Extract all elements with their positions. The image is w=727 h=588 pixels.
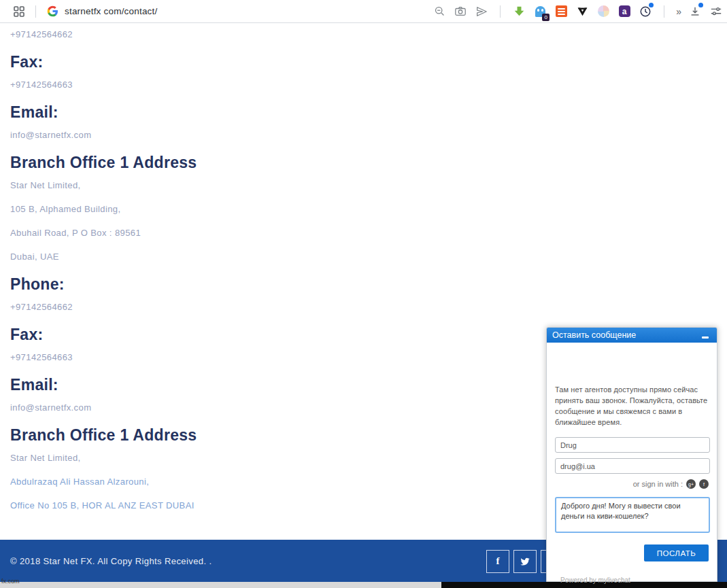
zoom-out-icon[interactable] [433,5,446,18]
purple-a-extension-icon[interactable]: a [618,5,631,18]
minimize-icon[interactable] [699,330,711,340]
toolbar-divider [35,5,36,18]
status-link-text: fx.com [1,578,20,585]
overflow-chevrons-icon[interactable]: » [676,6,681,17]
toolbar-divider [664,5,664,18]
copyright-text: © 2018 Star Net FX. All Copy Rights Rece… [0,556,212,566]
send-icon[interactable] [475,5,488,18]
chat-intro-text: Там нет агентов доступны прямо сейчас пр… [555,384,709,428]
tune-settings-icon[interactable] [709,5,723,18]
facebook-signin-icon[interactable]: f [699,479,709,489]
address-line: Star Net Limited, [10,180,727,190]
pastel-circle-extension-icon[interactable] [596,5,610,18]
phone-number: +97142564662 [10,29,727,39]
fax-number: +97142564663 [10,80,727,90]
black-shield-extension-icon[interactable] [575,5,589,18]
chat-header[interactable]: Оставить сообщение [547,328,717,343]
green-download-arrow-icon[interactable] [512,5,526,18]
phone-heading: Phone: [10,275,727,294]
history-clock-icon[interactable] [639,5,652,18]
powered-by-text: Powered by mylivechat [560,576,709,584]
orange-reader-extension-icon[interactable] [554,5,568,18]
camera-icon[interactable] [454,5,467,18]
signin-label: or sign in with : [633,480,683,488]
url-bar[interactable]: starnetfx com/contact/ [65,6,157,16]
send-button[interactable]: ПОСЛАТЬ [644,544,709,561]
chat-email-input[interactable] [555,458,710,474]
google-favicon [46,5,59,18]
extension-badge: 0 [542,14,550,21]
address-line: Dubai, UAE [10,252,727,262]
address-line: 105 B, Alphamed Building, [10,204,727,214]
grid-icon[interactable] [12,5,26,18]
facebook-icon[interactable]: f [486,550,509,573]
livechat-widget: Оставить сообщение Там нет агентов досту… [546,327,717,582]
googleplus-signin-icon[interactable]: g+ [686,479,696,489]
downloads-icon[interactable] [688,5,702,18]
chat-name-input[interactable] [555,437,710,453]
ghost-extension-icon[interactable]: 0 [533,5,547,18]
phone-number: +97142564662 [10,302,727,312]
twitter-icon[interactable] [513,550,537,573]
callcenter-banner-image [555,351,709,373]
fax-heading: Fax: [10,53,727,71]
toolbar-divider [500,5,501,18]
address-line: Abuhail Road, P O Box : 89561 [10,228,727,238]
branch-office-heading: Branch Office 1 Address [10,154,727,172]
chat-title: Оставить сообщение [552,330,636,340]
browser-status-bar: fx.com [0,582,441,588]
email-heading: Email: [10,103,727,122]
email-address: info@starnetfx.com [10,130,727,140]
chat-message-textarea[interactable]: Доброго дня! Могу я вывести свои деньги … [555,497,710,533]
browser-toolbar: starnetfx com/contact/ 0 [0,0,727,23]
